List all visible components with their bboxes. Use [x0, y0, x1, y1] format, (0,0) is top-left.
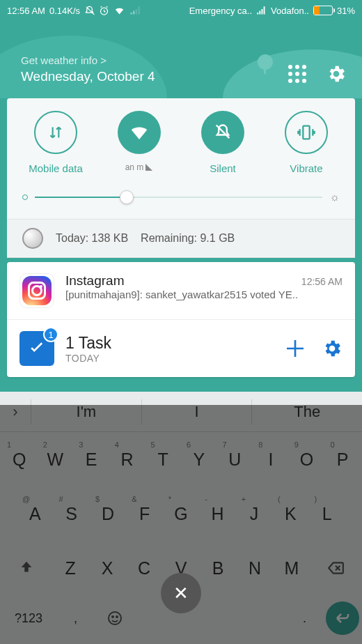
wifi-toggle-icon: [129, 122, 150, 143]
battery-icon: [313, 6, 333, 15]
brightness-slider[interactable]: ☼: [7, 184, 355, 219]
svg-rect-1: [303, 126, 309, 139]
status-battery-pct: 31%: [337, 6, 355, 16]
vibrate-icon: [297, 123, 316, 142]
brightness-thumb[interactable]: [120, 190, 134, 204]
add-task-icon[interactable]: [284, 337, 306, 360]
status-carrier: Vodafon..: [271, 6, 309, 16]
signal-icon: [256, 6, 267, 16]
qs-label: Vibrate: [290, 162, 322, 174]
data-usage-app-icon: [22, 228, 43, 249]
data-usage-today: Today: 138 KB: [56, 232, 128, 245]
qs-wifi[interactable]: an m: [97, 111, 181, 174]
data-usage-row[interactable]: Today: 138 KB Remaining: 9.1 GB: [7, 219, 355, 258]
task-subtitle: TODAY: [65, 353, 273, 364]
auto-brightness-icon[interactable]: ☼: [329, 191, 340, 204]
settings-icon[interactable]: [326, 63, 347, 84]
signal-weak-icon: [129, 6, 140, 16]
header-date: Wednesday, October 4: [21, 69, 288, 84]
mobile-data-icon: [47, 123, 65, 141]
shade-header: Get weather info > Wednesday, October 4: [0, 21, 362, 98]
qs-label: Silent: [210, 162, 236, 174]
notification-time: 12:56 AM: [301, 276, 343, 287]
weather-link[interactable]: Get weather info >: [21, 54, 288, 66]
instagram-app-icon: [19, 273, 54, 308]
app-grid-icon[interactable]: [288, 65, 306, 83]
qs-label: Mobile data: [29, 162, 83, 174]
data-usage-remaining: Remaining: 9.1 GB: [141, 232, 235, 245]
qs-silent[interactable]: Silent: [181, 111, 265, 174]
tasks-app-icon: 1: [19, 331, 54, 366]
task-title: 1 Task: [65, 334, 273, 353]
qs-mobile-data[interactable]: Mobile data: [14, 111, 97, 174]
notifications-list: Instagram 12:56 AM [punitmahajan9]: sank…: [7, 262, 355, 377]
status-time: 12:56 AM: [7, 6, 45, 16]
task-settings-icon[interactable]: [322, 338, 343, 359]
wifi-icon: [113, 6, 125, 16]
status-emergency: Emergency ca..: [189, 6, 252, 16]
status-net-speed: 0.14K/s: [49, 6, 80, 16]
task-badge: 1: [43, 327, 58, 342]
mute-icon: [84, 6, 95, 16]
close-shade-button[interactable]: ✕: [161, 573, 201, 613]
brightness-min-icon: [22, 194, 28, 200]
notification-item[interactable]: 1 1 Task TODAY: [7, 320, 355, 377]
status-bar: 12:56 AM 0.14K/s Emergency ca.. Vodafon.…: [0, 0, 362, 21]
qs-vibrate[interactable]: Vibrate: [265, 111, 348, 174]
qs-label: an m: [125, 162, 154, 172]
notification-item[interactable]: Instagram 12:56 AM [punitmahajan9]: sank…: [7, 262, 355, 320]
notification-text: [punitmahajan9]: sanket_yawatkar2515 vot…: [65, 289, 343, 300]
notification-app-name: Instagram: [65, 273, 124, 289]
silent-icon: [213, 123, 233, 142]
quick-settings-panel: Mobile data an m Silent Vibrate ☼ Toda: [7, 98, 355, 258]
alarm-icon: [99, 6, 109, 16]
